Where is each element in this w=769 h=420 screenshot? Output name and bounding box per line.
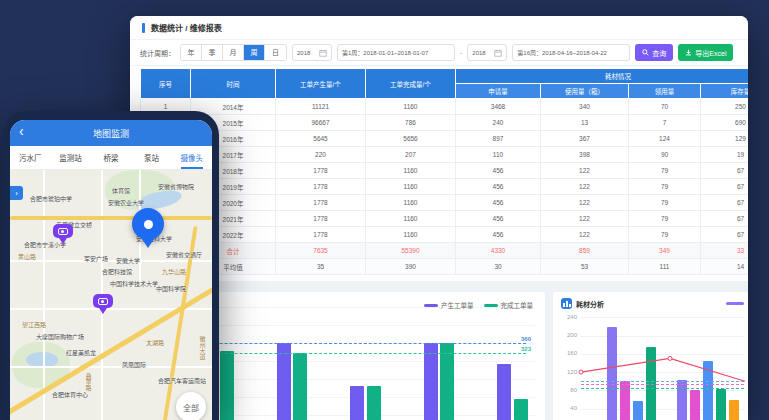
download-icon [685, 49, 692, 56]
map-label: 合肥体育中心 [52, 390, 88, 399]
map-label: 太湖路 [146, 338, 164, 347]
end-week-value: 第16周：2018-04-16~2018-04-22 [517, 48, 607, 57]
start-year-value: 2018 [297, 50, 310, 56]
start-year-select[interactable]: 2018 [292, 44, 332, 61]
map-label: 合肥市琥珀中学 [30, 194, 72, 203]
start-week-input[interactable]: 第1周：2018-01-01~2018-01-07 [337, 44, 455, 61]
total-row[interactable]: 合计763555390433085934933 [141, 243, 749, 259]
selected-pin-marker[interactable] [132, 208, 164, 252]
camera-marker[interactable] [93, 294, 113, 318]
calendar-icon [494, 49, 502, 57]
map-label: 凤凰国际 [122, 360, 146, 369]
pin-dot [144, 220, 153, 229]
query-button-label: 查询 [652, 48, 666, 58]
report-table-body: 12014年11121116034683407025022015年9666778… [141, 99, 749, 275]
map-label: 翡翠路 [84, 373, 93, 391]
consumables-chart-title-row: 耗材分析 [561, 298, 604, 309]
table-row[interactable]: 22015年96667786240137690 [141, 115, 749, 131]
chart-bar [424, 343, 438, 420]
phone-tab-bar: 污水厂监测站桥梁泵站摄像头 [10, 146, 212, 170]
map-road [10, 260, 212, 262]
chart-bar [440, 343, 454, 420]
range-separator: - [460, 49, 462, 56]
tab-0[interactable]: 污水厂 [10, 146, 50, 169]
trend-line [553, 292, 748, 420]
map-label: 望江西路 [22, 320, 46, 329]
map-view[interactable]: › 全部 合肥市琥珀中学体育馆安徽农业大学安徽省博物院五里墩立交桥合肥市宁溪小学… [10, 170, 212, 420]
legend-swatch [484, 304, 498, 307]
breadcrumb: 数据统计 / 维修报表 [151, 22, 222, 33]
chart-bar [497, 364, 511, 420]
chart-bar [367, 386, 381, 420]
tab-3[interactable]: 泵站 [131, 146, 171, 169]
segment-2[interactable]: 月 [223, 45, 244, 60]
dashboard-window: 数据统计 / 维修报表 统计周期： 年季月周日 2018 第1周：2018-01… [130, 16, 748, 420]
export-excel-button[interactable]: 导出Excel [678, 44, 733, 61]
start-week-value: 第1周：2018-01-01~2018-01-07 [342, 48, 428, 57]
report-table-section: 序号时间工单产生量/个工单完成量/个耗材情况申请量使用量（箱）领用量库存量 12… [130, 66, 748, 281]
end-year-value: 2018 [472, 50, 485, 56]
consumables-plot: 2402001601208040 [553, 292, 748, 420]
map-label: 体育馆 [112, 186, 130, 195]
column-header: 时间 [191, 69, 276, 99]
camera-marker[interactable] [53, 224, 73, 248]
chart-bar [220, 351, 234, 420]
segment-3[interactable]: 周 [244, 45, 265, 60]
map-highway [10, 216, 212, 220]
sub-column-header: 申请量 [456, 84, 541, 99]
all-filter-button[interactable]: 全部 [176, 392, 206, 420]
map-label: 九华山路 [162, 267, 186, 276]
end-week-input[interactable]: 第16周：2018-04-16~2018-04-22 [512, 44, 630, 61]
phone-header: ‹ 地图监测 [10, 120, 212, 146]
back-icon[interactable]: ‹ [19, 124, 24, 138]
sub-column-header: 领用量 [629, 84, 701, 99]
filter-bar: 统计周期： 年季月周日 2018 第1周：2018-01-01~2018-01-… [130, 40, 748, 66]
period-segments: 年季月周日 [180, 44, 287, 61]
chart-bar [514, 399, 528, 420]
table-row[interactable]: 52018年177811604561227967 [141, 163, 749, 179]
chart-bar [350, 386, 364, 420]
table-row[interactable]: 92022年177811604561227967 [141, 227, 749, 243]
map-label: 安徽省博物院 [158, 182, 194, 191]
map-road [10, 366, 212, 368]
workorder-chart-legend: 产生工单量完成工单量 [424, 300, 533, 310]
segment-0[interactable]: 年 [181, 45, 202, 60]
report-table: 序号时间工单产生量/个工单完成量/个耗材情况申请量使用量（箱）领用量库存量 12… [140, 68, 748, 275]
table-row[interactable]: 82021年177811604561227967 [141, 211, 749, 227]
phone-screen: ‹ 地图监测 污水厂监测站桥梁泵站摄像头 [10, 120, 212, 420]
map-label: 安徽农业大学 [108, 198, 144, 207]
phone-frame: ‹ 地图监测 污水厂监测站桥梁泵站摄像头 [3, 111, 219, 420]
tab-1[interactable]: 监测站 [50, 146, 90, 169]
map-label: 徽州大道 [198, 336, 207, 360]
segment-1[interactable]: 季 [202, 45, 223, 60]
table-row[interactable]: 32016年56455656897367124129 [141, 131, 749, 147]
table-row[interactable]: 12014年111211160346834070250 [141, 99, 749, 115]
map-label: 合肥汽车客运南站 [158, 376, 206, 385]
sub-column-header: 库存量 [701, 84, 749, 99]
tab-4[interactable]: 摄像头 [172, 146, 212, 169]
map-label: 安徽省交通厅 [166, 250, 202, 259]
average-row[interactable]: 平均值35390305311114 [141, 259, 749, 275]
camera-icon [53, 224, 73, 238]
table-row[interactable]: 72020年177811604561227967 [141, 195, 749, 211]
chart-bar [277, 343, 291, 420]
consumables-chart-title: 耗材分析 [576, 299, 604, 309]
legend-item: 产生工单量 [424, 300, 474, 310]
tab-2[interactable]: 桥梁 [91, 146, 131, 169]
breadcrumb-bar: 数据统计 / 维修报表 [130, 16, 748, 40]
column-header: 工单产生量/个 [276, 69, 366, 99]
query-button[interactable]: 查询 [635, 44, 673, 61]
segment-4[interactable]: 日 [265, 45, 286, 60]
legend-swatch [424, 304, 438, 307]
table-row[interactable]: 42017年2202071103989019 [141, 147, 749, 163]
end-year-select[interactable]: 2018 [467, 44, 507, 61]
map-label: 大摩国际购物广场 [36, 332, 84, 341]
chart-icon [561, 298, 572, 309]
map-label: 合肥科技馆 [102, 267, 132, 276]
consumables-chart-card: 耗材分析 2402001601208040 [553, 292, 748, 420]
map-label: 军安广场 [84, 254, 108, 263]
table-row[interactable]: 62019年177811604561227967 [141, 179, 749, 195]
map-expand-button[interactable]: › [10, 186, 23, 200]
sub-column-header: 使用量（箱） [541, 84, 629, 99]
search-icon [642, 49, 649, 56]
